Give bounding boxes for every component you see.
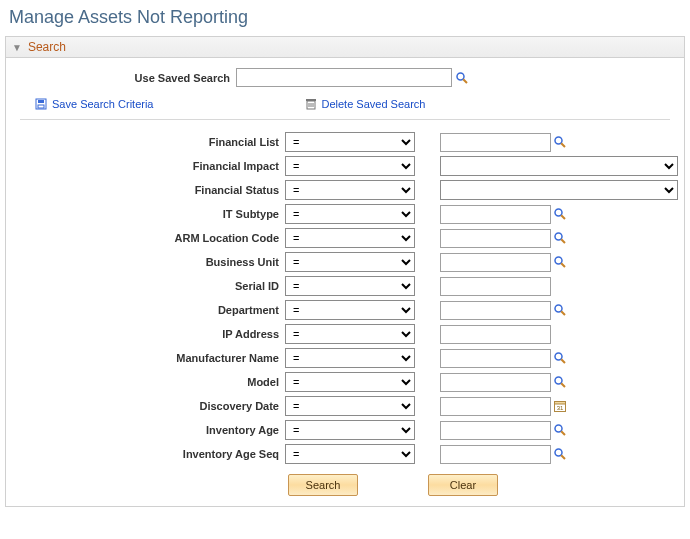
criteria-label: Model: [20, 376, 285, 388]
value-input[interactable]: [440, 253, 551, 272]
save-action: Save Search Criteria: [34, 97, 154, 111]
criteria-label: Discovery Date: [20, 400, 285, 412]
lookup-icon[interactable]: [455, 71, 469, 85]
panel-body: Use Saved Search Save Search: [6, 58, 684, 506]
criteria-label: Inventory Age Seq: [20, 448, 285, 460]
operator-select[interactable]: =: [285, 444, 415, 464]
criteria-label: Department: [20, 304, 285, 316]
search-button[interactable]: Search: [288, 474, 358, 496]
svg-line-15: [561, 239, 565, 243]
button-row: Search Clear: [20, 474, 670, 496]
criteria-label: Business Unit: [20, 256, 285, 268]
lookup-icon[interactable]: [553, 447, 567, 461]
operator-select[interactable]: =: [285, 156, 415, 176]
panel-header: ▼ Search: [6, 37, 684, 58]
svg-point-16: [555, 257, 562, 264]
criteria-label: Inventory Age: [20, 424, 285, 436]
clear-button[interactable]: Clear: [428, 474, 498, 496]
svg-point-10: [555, 137, 562, 144]
criteria-label: IP Address: [20, 328, 285, 340]
svg-rect-3: [38, 100, 44, 103]
saved-search-label: Use Saved Search: [20, 72, 236, 84]
operator-select[interactable]: =: [285, 132, 415, 152]
operator-select[interactable]: =: [285, 204, 415, 224]
value-input[interactable]: [440, 133, 551, 152]
delete-link[interactable]: Delete Saved Search: [322, 98, 426, 110]
value-input[interactable]: [440, 325, 551, 344]
save-link[interactable]: Save Search Criteria: [52, 98, 154, 110]
operator-select[interactable]: =: [285, 324, 415, 344]
operator-select[interactable]: =: [285, 180, 415, 200]
lookup-icon[interactable]: [553, 351, 567, 365]
operator-select[interactable]: =: [285, 420, 415, 440]
lookup-icon[interactable]: [553, 135, 567, 149]
criteria-label: Financial Status: [20, 184, 285, 196]
criteria-label: Manufacturer Name: [20, 352, 285, 364]
operator-select[interactable]: =: [285, 300, 415, 320]
operator-select[interactable]: =: [285, 228, 415, 248]
svg-line-1: [463, 79, 467, 83]
saved-search-input[interactable]: [236, 68, 452, 87]
lookup-icon[interactable]: [553, 303, 567, 317]
value-input[interactable]: [440, 397, 551, 416]
lookup-icon[interactable]: [553, 423, 567, 437]
svg-line-17: [561, 263, 565, 267]
lookup-icon[interactable]: [553, 231, 567, 245]
value-input[interactable]: [440, 373, 551, 392]
svg-point-0: [457, 73, 464, 80]
trash-icon: [304, 97, 318, 111]
value-input[interactable]: [440, 205, 551, 224]
operator-select[interactable]: =: [285, 252, 415, 272]
calendar-icon[interactable]: 31: [553, 399, 567, 413]
svg-point-29: [555, 449, 562, 456]
svg-line-23: [561, 383, 565, 387]
value-input[interactable]: [440, 301, 551, 320]
svg-text:31: 31: [557, 405, 564, 411]
svg-line-28: [561, 431, 565, 435]
operator-select[interactable]: =: [285, 372, 415, 392]
criteria-label: IT Subtype: [20, 208, 285, 220]
value-input[interactable]: [440, 421, 551, 440]
operator-select[interactable]: =: [285, 396, 415, 416]
lookup-icon[interactable]: [553, 207, 567, 221]
svg-rect-25: [555, 402, 566, 405]
delete-action: Delete Saved Search: [304, 97, 426, 111]
svg-line-11: [561, 143, 565, 147]
search-actions: Save Search Criteria Delete Saved Search: [20, 97, 670, 111]
criteria-label: Financial Impact: [20, 160, 285, 172]
divider: [20, 119, 670, 120]
value-input[interactable]: [440, 349, 551, 368]
lookup-icon[interactable]: [553, 255, 567, 269]
value-input[interactable]: [440, 229, 551, 248]
criteria-label: Serial ID: [20, 280, 285, 292]
svg-point-14: [555, 233, 562, 240]
svg-line-13: [561, 215, 565, 219]
svg-line-30: [561, 455, 565, 459]
operator-select[interactable]: =: [285, 276, 415, 296]
panel-title: Search: [28, 40, 66, 54]
collapse-toggle-icon[interactable]: ▼: [12, 42, 22, 53]
criteria-label: Financial List: [20, 136, 285, 148]
svg-line-21: [561, 359, 565, 363]
value-select[interactable]: [440, 156, 678, 176]
search-panel: ▼ Search Use Saved Search: [5, 36, 685, 507]
save-icon: [34, 97, 48, 111]
svg-point-27: [555, 425, 562, 432]
saved-search-row: Use Saved Search: [20, 68, 670, 87]
criteria-label: ARM Location Code: [20, 232, 285, 244]
svg-point-22: [555, 377, 562, 384]
value-select[interactable]: [440, 180, 678, 200]
svg-point-18: [555, 305, 562, 312]
lookup-icon[interactable]: [553, 375, 567, 389]
value-input[interactable]: [440, 445, 551, 464]
svg-point-20: [555, 353, 562, 360]
svg-rect-9: [306, 99, 316, 101]
operator-select[interactable]: =: [285, 348, 415, 368]
svg-line-19: [561, 311, 565, 315]
svg-point-12: [555, 209, 562, 216]
value-input[interactable]: [440, 277, 551, 296]
page-title: Manage Assets Not Reporting: [9, 7, 685, 28]
criteria-grid: Financial List=Financial Impact=Financia…: [20, 132, 670, 464]
